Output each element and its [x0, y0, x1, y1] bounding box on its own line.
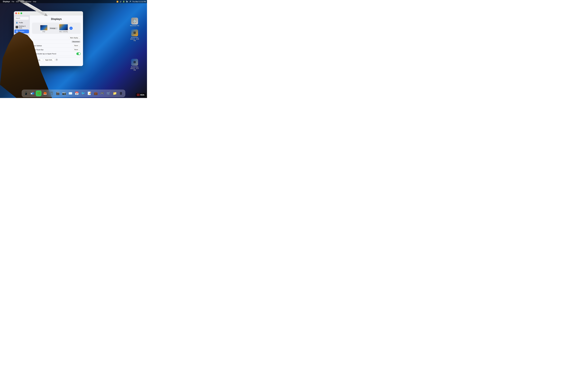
- advanced-button[interactable]: Advanced...: [32, 59, 43, 62]
- main-display-value: Main display: [70, 37, 78, 38]
- profile-icon: 👤: [16, 22, 18, 24]
- sidebar-item-screensaver[interactable]: ✨ Screen Saver: [14, 37, 29, 41]
- sidebar-item-lockscreen[interactable]: 🔒 Lock Screen: [14, 45, 29, 49]
- show-touchbar-row: Show Touch Bar Never ⌄: [32, 48, 81, 52]
- desktop-dock-icon: 🖥: [16, 26, 18, 28]
- search-input[interactable]: [15, 17, 29, 20]
- desktop-icon-screenshot1[interactable]: 🖼 Screenshot 2023-0... 6:05 PM: [130, 30, 140, 42]
- dell-label: DELL G3223Q: [60, 31, 68, 32]
- search-icon[interactable]: 🔎: [129, 1, 131, 2]
- sidebar-search-area: [14, 16, 30, 20]
- sidebar-label-lockscreen: Lock Screen: [19, 46, 27, 48]
- sidebar-label-screensaver: Screen Saver: [19, 38, 28, 40]
- show-sidebar-label: Show Sidebar: [32, 45, 73, 46]
- dock-icon-games[interactable]: 🎮: [99, 90, 105, 96]
- menu-window[interactable]: Window: [26, 1, 31, 2]
- dock-icon-mail[interactable]: ✉️: [68, 90, 73, 96]
- touchbar-chevron: ⌄: [78, 49, 80, 50]
- disconnect-button[interactable]: Disconnect: [71, 41, 81, 43]
- dock: 📱 📬 🌿 🦊 🎵 🎬 📷 ✉️ 📅 🐦 📝 💼 🎮 🛒 📁 🗑: [22, 90, 125, 97]
- sidebar: 👤 Profile 🖥 Desktop & Dock 🖥 Displays 🖼 …: [14, 15, 30, 66]
- sidebar-item-users[interactable]: 👥 Users & Groups: [14, 54, 29, 58]
- dock-icon-calendar[interactable]: 📅: [74, 90, 80, 96]
- sidebar-item-profile[interactable]: 👤 Profile: [14, 21, 29, 25]
- menubar-left: Displays File Edit View Window Help: [1, 0, 36, 2]
- menu-view[interactable]: View: [20, 1, 24, 2]
- touchbar-value: Never: [74, 49, 78, 50]
- hd-icon-label: Macintosh HD: [130, 25, 139, 26]
- sidebar-label-desktop-dock: Desktop & Dock: [19, 25, 28, 29]
- apple-pencil-toggle[interactable]: [76, 52, 81, 55]
- show-sidebar-dropdown[interactable]: Never ⌄: [73, 44, 81, 47]
- dock-icon-firefox[interactable]: 🦊: [42, 90, 48, 96]
- ipad-thumbnail[interactable]: [40, 25, 48, 30]
- main-display-dropdown[interactable]: Main display ⌄: [69, 36, 81, 39]
- dock-icon-files[interactable]: 📁: [112, 90, 118, 96]
- wallpaper-icon: 🖼: [16, 34, 18, 36]
- menubar-right: 📶 🔊 🔋 📡 🔎 Thu Mar 9 2:31 PM: [116, 1, 146, 2]
- passwords-icon: 🔐: [16, 59, 18, 62]
- volume-icon: 🔊: [120, 1, 122, 2]
- dock-icon-twitter[interactable]: 🐦: [80, 90, 86, 96]
- sidebar-item-desktop-dock[interactable]: 🖥 Desktop & Dock: [14, 25, 29, 30]
- sidebar-label-passwords: Passwords: [19, 60, 26, 61]
- help-button[interactable]: ?: [56, 59, 58, 61]
- show-touchbar-dropdown[interactable]: Never ⌄: [73, 48, 81, 51]
- dell-thumbnail[interactable]: [59, 24, 68, 30]
- hd-icon: 💽: [131, 18, 138, 24]
- dock-icon-launchpad[interactable]: 📬: [30, 90, 35, 96]
- settings-window: 👤 Profile 🖥 Desktop & Dock 🖥 Displays 🖼 …: [14, 11, 83, 66]
- bottom-actions: Advanced... Night Shift... ?: [32, 57, 81, 62]
- maximize-button[interactable]: [20, 12, 22, 14]
- desktop-icon-hd[interactable]: 💽 Macintosh HD: [130, 18, 140, 26]
- dock-icon-store[interactable]: 🛒: [106, 90, 111, 96]
- dock-icon-music[interactable]: 🎵: [48, 90, 54, 96]
- sidebar-item-internet[interactable]: 🌐 Internet Accounts: [14, 62, 29, 66]
- dock-trash[interactable]: 🗑: [118, 90, 124, 96]
- add-display-button[interactable]: +: [70, 27, 73, 30]
- screensaver-icon: ✨: [16, 38, 18, 40]
- dock-icon-tv[interactable]: 🎬: [55, 90, 60, 96]
- dock-icon-finder[interactable]: 📱: [23, 90, 29, 96]
- dock-icon-word[interactable]: 💼: [93, 90, 98, 96]
- energy-icon: 🔋: [16, 42, 18, 44]
- dock-icon-notes[interactable]: 📝: [86, 90, 92, 96]
- apple-pencil-row: Enable double tap on Apple Pencil: [32, 52, 81, 56]
- time-label: Thu Mar 9 2:31 PM: [132, 1, 146, 2]
- screenshot1-icon: 🖼: [131, 30, 138, 36]
- disconnect-row: Disconnect: [32, 40, 81, 44]
- app-name-label: Displays: [3, 0, 10, 2]
- menu-file[interactable]: File: [12, 1, 14, 2]
- displays-main-content: Displays iPad Arrange... DELL G3223Q + M…: [30, 15, 83, 66]
- sidebar-label-profile: Profile: [19, 22, 23, 24]
- wifi-icon: 📶: [116, 1, 118, 2]
- sidebar-item-energy[interactable]: 🔋 Energy Saver: [14, 41, 29, 45]
- loginpassword-icon: 🔑: [16, 50, 18, 52]
- sidebar-item-displays[interactable]: 🖥 Displays: [14, 30, 29, 33]
- displays-preview: iPad Arrange... DELL G3223Q +: [32, 23, 81, 34]
- minimize-button[interactable]: [18, 12, 20, 14]
- dock-icon-safari[interactable]: 🌿: [36, 90, 42, 96]
- night-shift-button[interactable]: Night Shift...: [44, 59, 54, 62]
- display-dell-item: DELL G3223Q: [59, 24, 68, 32]
- sidebar-value: Never: [74, 45, 78, 46]
- desktop-icon-screenshot2[interactable]: 🖼 Screenshot 2023-0...6:37 PM: [130, 59, 140, 71]
- arrange-button[interactable]: Arrange...: [49, 27, 58, 30]
- close-button[interactable]: [15, 12, 17, 14]
- menu-help[interactable]: Help: [33, 1, 36, 2]
- displays-icon: 🖥: [16, 30, 18, 33]
- sidebar-item-passwords[interactable]: 🔐 Passwords: [14, 58, 29, 62]
- dock-icon-photos[interactable]: 📷: [61, 90, 67, 96]
- sidebar-label-wallpaper: Wallpaper: [19, 34, 25, 36]
- sidebar-label-users: Users & Groups: [19, 54, 28, 58]
- window-titlebar: [14, 11, 83, 15]
- ipad-label: iPad: [42, 31, 45, 32]
- menubar: Displays File Edit View Window Help 📶 🔊 …: [0, 0, 147, 3]
- sidebar-item-wallpaper[interactable]: 🖼 Wallpaper: [14, 34, 29, 37]
- menu-edit[interactable]: Edit: [16, 1, 19, 2]
- users-icon: 👥: [16, 55, 18, 57]
- xda-text: XDA: [140, 94, 144, 96]
- sidebar-item-loginpassword[interactable]: 🔑 Login Password: [14, 49, 29, 54]
- xda-watermark: XDA: [136, 93, 146, 96]
- airport-icon: 📡: [126, 1, 128, 2]
